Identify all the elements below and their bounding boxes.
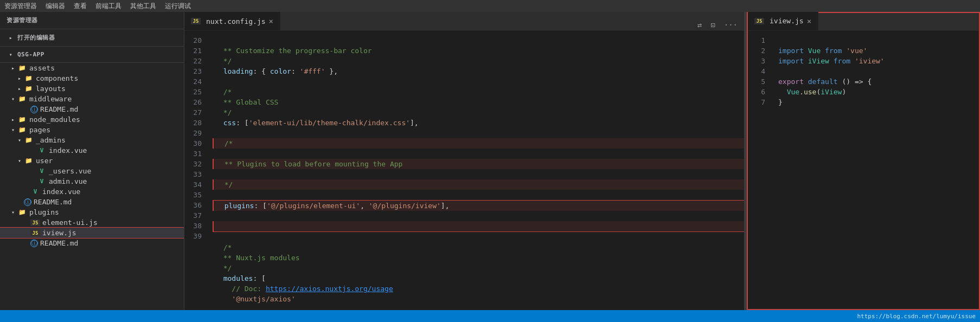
user-arrow [15,158,24,164]
tree-item-index-vue-pages[interactable]: V index.vue [0,186,184,197]
tab-actions: ⇄ ⊡ ··· [695,20,744,30]
project-arrow [7,51,15,57]
main-layout: 资源管理器 打开的编辑器 QSG-APP 📁 assets [0,12,980,310]
folder-icon: 📁 [17,116,27,123]
more-actions-button[interactable]: ··· [722,20,740,30]
folder-icon: 📁 [24,75,34,82]
open-editors-label[interactable]: 打开的编辑器 [0,31,184,44]
tree-item-pages[interactable]: 📁 pages [0,125,184,135]
vue-icon: V [37,147,47,154]
info-icon: ⓘ [30,106,38,113]
tree-item-assets[interactable]: 📁 assets [0,63,184,73]
components-arrow [15,75,24,81]
info-icon: ⓘ [24,198,31,206]
tree-item-node-modules[interactable]: 📁 node_modules [0,114,184,125]
menu-explorer[interactable]: 资源管理器 [4,2,37,11]
split-editor-button[interactable]: ⇄ [695,20,704,30]
middleware-arrow [9,96,17,102]
tree-item-iview-js[interactable]: JS iview.js [0,228,184,238]
tree-item-index-vue-admins[interactable]: V index.vue [0,145,184,156]
tree-item-admin-vue[interactable]: V admin.vue [0,176,184,186]
sidebar: 资源管理器 打开的编辑器 QSG-APP 📁 assets [0,12,184,310]
tree-item-middleware[interactable]: 📁 middleware [0,94,184,104]
project-label[interactable]: QSG-APP [0,49,184,60]
close-tab-button[interactable]: × [269,17,273,25]
folder-icon: 📁 [24,85,34,92]
folder-icon: 📁 [17,95,27,102]
file-tree: 📁 assets 📁 components 📁 layouts 📁 middle… [0,63,184,310]
editor-panels: JS nuxt.config.js × ⇄ ⊡ ··· 20 21 22 23 … [184,12,980,310]
folder-icon: 📁 [17,126,27,133]
side-editor-panel: JS iview.js × 1 2 3 4 5 6 7 import Vue f… [747,12,980,310]
tree-item-components[interactable]: 📁 components [0,73,184,83]
side-code-editor: 1 2 3 4 5 6 7 import Vue from 'vue' impo… [748,31,979,309]
top-menu-bar: 资源管理器 编辑器 查看 前端工具 其他工具 运行调试 [0,0,980,12]
folder-icon: 📁 [17,65,27,72]
node-modules-arrow [9,117,17,123]
open-editors-arrow [7,35,15,41]
tree-item-layouts[interactable]: 📁 layouts [0,83,184,94]
info-icon: ⓘ [30,240,38,247]
folder-icon: 📁 [24,157,34,164]
status-bar-right: https://blog.csdn.net/lumyu/issue [857,313,976,320]
folder-icon: 📁 [24,137,34,144]
main-code-editor: 20 21 22 23 24 25 26 27 28 29 30 31 32 3… [184,31,744,310]
js-icon: JS [30,230,40,236]
tree-item-plugins[interactable]: 📁 plugins [0,207,184,217]
folder-icon: 📁 [17,209,27,216]
sidebar-header: 资源管理器 [0,12,184,29]
status-bar: https://blog.csdn.net/lumyu/issue [0,310,980,322]
main-tab-bar: JS nuxt.config.js × ⇄ ⊡ ··· [184,12,744,31]
js-tab-icon: JS [191,18,201,24]
vue-icon: V [37,168,47,175]
menu-editor[interactable]: 编辑器 [46,2,65,11]
side-tab-bar: JS iview.js × [748,12,979,31]
tree-item-users-vue[interactable]: V _users.vue [0,166,184,176]
tree-item-readme-plugins[interactable]: ⓘ README.md [0,238,184,248]
menu-items: 资源管理器 编辑器 查看 前端工具 其他工具 运行调试 [4,2,191,11]
assets-arrow [9,65,17,71]
layouts-arrow [15,86,24,92]
tree-item-element-ui-js[interactable]: JS element-ui.js [0,217,184,228]
tree-item-admins[interactable]: 📁 _admins [0,135,184,145]
side-line-numbers: 1 2 3 4 5 6 7 [748,31,774,309]
menu-view[interactable]: 查看 [74,2,87,11]
open-editors-section: 打开的编辑器 [0,29,184,47]
code-content[interactable]: ** Customize the progress-bar color */ l… [210,31,744,310]
tree-item-readme-md[interactable]: ⓘ README.md [0,104,184,114]
menu-frontend[interactable]: 前端工具 [95,2,121,11]
vue-icon: V [37,178,47,185]
layout-button[interactable]: ⊡ [708,20,717,30]
plugins-arrow [9,209,17,215]
line-numbers: 20 21 22 23 24 25 26 27 28 29 30 31 32 3… [184,31,210,310]
menu-tools[interactable]: 其他工具 [130,2,156,11]
vue-icon: V [30,188,40,195]
pages-arrow [9,127,17,133]
side-code-content[interactable]: import Vue from 'vue' import iView from … [774,31,979,309]
tree-item-user[interactable]: 📁 user [0,156,184,166]
project-section: QSG-APP [0,47,184,63]
main-editor-panel: JS nuxt.config.js × ⇄ ⊡ ··· 20 21 22 23 … [184,12,745,310]
admins-arrow [15,137,24,143]
js-icon: JS [30,220,40,226]
close-side-tab-button[interactable]: × [807,17,811,25]
menu-run[interactable]: 运行调试 [165,2,191,11]
tree-item-readme-pages[interactable]: ⓘ README.md [0,197,184,207]
side-editor-tab[interactable]: JS iview.js × [748,12,818,30]
js-tab-icon: JS [754,18,764,24]
main-editor-tab[interactable]: JS nuxt.config.js × [184,12,280,30]
